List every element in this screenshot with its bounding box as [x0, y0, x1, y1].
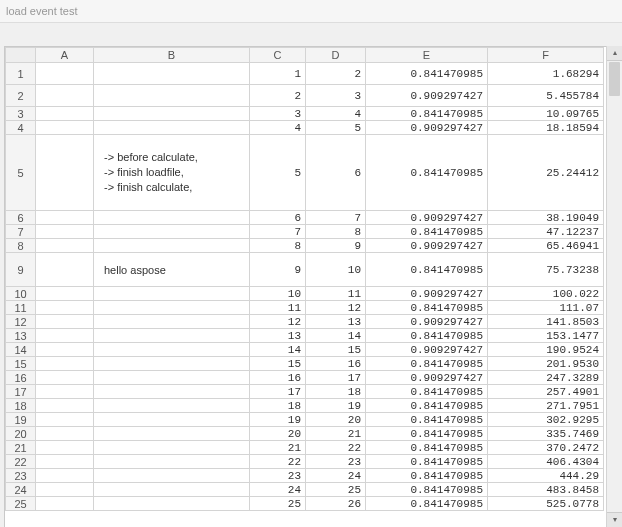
table-row[interactable]: 1717180.841470985257.4901 — [6, 385, 604, 399]
cell[interactable]: 0.841470985 — [366, 427, 488, 441]
cell[interactable] — [94, 301, 250, 315]
cell[interactable]: 0.909297427 — [366, 121, 488, 135]
cell[interactable]: 17 — [306, 371, 366, 385]
cell[interactable] — [94, 357, 250, 371]
cell[interactable]: 0.909297427 — [366, 343, 488, 357]
cell[interactable]: 257.4901 — [488, 385, 604, 399]
cell[interactable]: 16 — [250, 371, 306, 385]
cell[interactable]: 26 — [306, 497, 366, 511]
table-row[interactable]: 2121220.841470985370.2472 — [6, 441, 604, 455]
cell[interactable]: 10.09765 — [488, 107, 604, 121]
row-header[interactable]: 13 — [6, 329, 36, 343]
cell[interactable]: 10 — [250, 287, 306, 301]
cell[interactable]: 8 — [250, 239, 306, 253]
cell[interactable]: 25 — [306, 483, 366, 497]
row-header[interactable]: 17 — [6, 385, 36, 399]
cell[interactable]: 15 — [306, 343, 366, 357]
row-header[interactable]: 7 — [6, 225, 36, 239]
scroll-thumb[interactable] — [609, 62, 620, 96]
cell[interactable]: 201.9530 — [488, 357, 604, 371]
cell[interactable]: 25.24412 — [488, 135, 604, 211]
table-row[interactable]: 1414150.909297427190.9524 — [6, 343, 604, 357]
cell[interactable]: 4 — [306, 107, 366, 121]
cell[interactable]: 190.9524 — [488, 343, 604, 357]
cell[interactable]: 19 — [306, 399, 366, 413]
row-header[interactable]: 23 — [6, 469, 36, 483]
cell[interactable]: 18 — [250, 399, 306, 413]
cell[interactable]: 0.841470985 — [366, 385, 488, 399]
cell[interactable]: 24 — [306, 469, 366, 483]
row-header[interactable]: 10 — [6, 287, 36, 301]
select-all-corner[interactable] — [6, 48, 36, 63]
col-header-B[interactable]: B — [94, 48, 250, 63]
cell[interactable] — [36, 427, 94, 441]
cell[interactable]: 0.841470985 — [366, 455, 488, 469]
cell[interactable]: 22 — [250, 455, 306, 469]
cell[interactable]: 0.909297427 — [366, 239, 488, 253]
spreadsheet-grid[interactable]: A B C D E F 1120.8414709851.682942230.90… — [4, 46, 622, 527]
cell[interactable] — [94, 63, 250, 85]
cell[interactable] — [36, 211, 94, 225]
row-header[interactable]: 25 — [6, 497, 36, 511]
cell[interactable]: 18 — [306, 385, 366, 399]
row-header[interactable]: 12 — [6, 315, 36, 329]
cell[interactable]: 0.841470985 — [366, 441, 488, 455]
cell[interactable] — [94, 469, 250, 483]
cell[interactable] — [94, 211, 250, 225]
cell[interactable] — [94, 85, 250, 107]
cell[interactable]: 1 — [250, 63, 306, 85]
cell[interactable]: 6 — [306, 135, 366, 211]
cell[interactable]: 0.909297427 — [366, 315, 488, 329]
table-row[interactable]: 2020210.841470985335.7469 — [6, 427, 604, 441]
table-row[interactable]: 8890.90929742765.46941 — [6, 239, 604, 253]
cell[interactable]: 141.8503 — [488, 315, 604, 329]
row-header[interactable]: 14 — [6, 343, 36, 357]
cell[interactable] — [36, 343, 94, 357]
table-row[interactable]: 1010110.909297427100.022 — [6, 287, 604, 301]
table-row[interactable]: 1919200.841470985302.9295 — [6, 413, 604, 427]
col-header-F[interactable]: F — [488, 48, 604, 63]
row-header[interactable]: 9 — [6, 253, 36, 287]
vertical-scrollbar[interactable]: ▴ ▾ — [606, 46, 622, 527]
row-header[interactable]: 11 — [6, 301, 36, 315]
table-row[interactable]: 2230.9092974275.455784 — [6, 85, 604, 107]
cell[interactable]: 302.9295 — [488, 413, 604, 427]
cell[interactable] — [36, 469, 94, 483]
cell[interactable] — [36, 107, 94, 121]
cell[interactable]: 21 — [306, 427, 366, 441]
cell[interactable]: 4 — [250, 121, 306, 135]
cell[interactable]: 335.7469 — [488, 427, 604, 441]
cell[interactable]: 12 — [250, 315, 306, 329]
row-header[interactable]: 16 — [6, 371, 36, 385]
cell[interactable]: 0.909297427 — [366, 371, 488, 385]
cell[interactable] — [36, 253, 94, 287]
cell[interactable]: 271.7951 — [488, 399, 604, 413]
cell[interactable] — [94, 399, 250, 413]
scroll-down-button[interactable]: ▾ — [607, 512, 622, 527]
row-header[interactable]: 5 — [6, 135, 36, 211]
cell[interactable] — [36, 399, 94, 413]
table-row[interactable]: 1313140.841470985153.1477 — [6, 329, 604, 343]
cell[interactable] — [94, 385, 250, 399]
table-row[interactable]: 9hello aspose9100.84147098575.73238 — [6, 253, 604, 287]
cell[interactable]: 525.0778 — [488, 497, 604, 511]
table-row[interactable]: 6670.90929742738.19049 — [6, 211, 604, 225]
cell[interactable] — [36, 385, 94, 399]
cell[interactable]: 20 — [250, 427, 306, 441]
cell[interactable]: 3 — [306, 85, 366, 107]
cell[interactable]: 9 — [306, 239, 366, 253]
cell[interactable]: 6 — [250, 211, 306, 225]
cell[interactable]: 0.841470985 — [366, 483, 488, 497]
table-row[interactable]: 1120.8414709851.68294 — [6, 63, 604, 85]
cell[interactable] — [36, 239, 94, 253]
row-header[interactable]: 15 — [6, 357, 36, 371]
cell[interactable] — [36, 85, 94, 107]
cell[interactable] — [36, 455, 94, 469]
row-header[interactable]: 19 — [6, 413, 36, 427]
cell[interactable]: hello aspose — [94, 253, 250, 287]
cell[interactable]: 8 — [306, 225, 366, 239]
cell[interactable]: 0.841470985 — [366, 413, 488, 427]
table-row[interactable]: 1212130.909297427141.8503 — [6, 315, 604, 329]
cell[interactable]: 47.12237 — [488, 225, 604, 239]
cell[interactable]: 0.909297427 — [366, 211, 488, 225]
